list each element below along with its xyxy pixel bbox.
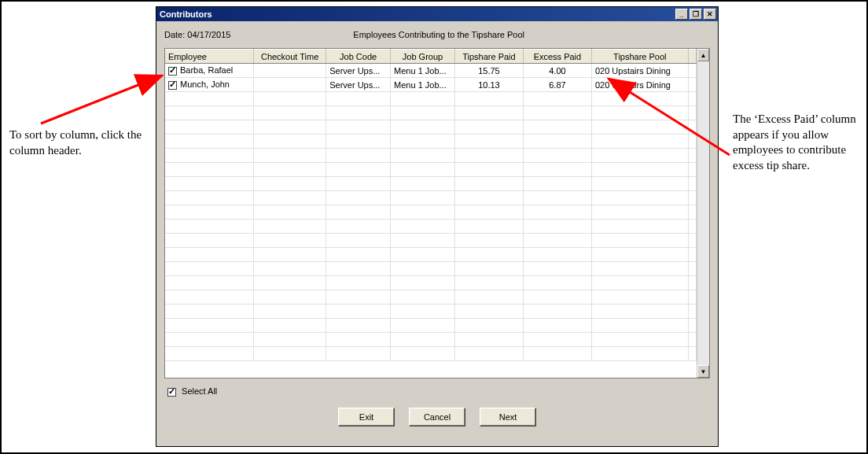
table-row[interactable] — [165, 333, 697, 347]
table-row[interactable] — [165, 234, 697, 248]
cell-empty — [688, 347, 696, 361]
cell-empty — [454, 120, 523, 135]
scroll-track[interactable] — [697, 61, 709, 365]
select-all-checkbox[interactable] — [167, 388, 176, 397]
table-row[interactable] — [165, 205, 697, 220]
table-row[interactable] — [165, 135, 697, 149]
cell-empty — [326, 319, 391, 333]
cell-empty — [254, 234, 326, 248]
scroll-up-icon[interactable]: ▲ — [697, 49, 709, 61]
cell-empty — [165, 149, 254, 163]
cell-empty — [688, 262, 696, 276]
cell-empty — [523, 319, 591, 333]
cell-empty — [523, 135, 591, 149]
cell-empty — [254, 205, 326, 220]
vertical-scrollbar[interactable]: ▲ ▼ — [697, 49, 709, 378]
table-row[interactable] — [165, 191, 697, 205]
cell-empty — [391, 149, 455, 163]
table-row[interactable] — [165, 248, 697, 262]
table-row[interactable]: Barba, RafaelServer Ups...Menu 1 Job...1… — [165, 64, 697, 78]
cell-empty — [254, 120, 326, 135]
table-row[interactable] — [165, 120, 697, 135]
restore-icon[interactable]: ❐ — [690, 9, 702, 20]
cell-empty — [688, 276, 696, 290]
cell-empty — [254, 135, 326, 149]
cell-empty — [454, 177, 523, 191]
cell-empty — [688, 106, 696, 120]
col-header-tipshare-pool[interactable]: Tipshare Pool — [591, 50, 688, 64]
scroll-down-icon[interactable]: ▼ — [697, 365, 709, 378]
cell-employee-name: Barba, Rafael — [180, 65, 233, 75]
cell-checkout-time — [254, 78, 326, 92]
col-header-job-code[interactable]: Job Code — [326, 50, 391, 64]
cell-empty — [165, 177, 254, 191]
table-row[interactable] — [165, 276, 697, 290]
cell-empty — [391, 205, 455, 220]
cell-empty — [165, 248, 254, 262]
cell-empty — [165, 163, 254, 177]
annotation-sort-hint: To sort by column, click the column head… — [9, 127, 143, 158]
table-row[interactable] — [165, 177, 697, 191]
cell-empty — [454, 305, 523, 319]
cell-empty — [454, 347, 523, 361]
cell-employee: Munch, John — [165, 78, 254, 92]
titlebar[interactable]: Contributors _ ❐ ✕ — [156, 7, 718, 21]
table-row[interactable]: Munch, JohnServer Ups...Menu 1 Job...10.… — [165, 78, 697, 92]
cell-empty — [254, 262, 326, 276]
col-header-checkout-time[interactable]: Checkout Time — [254, 50, 326, 64]
cell-empty — [591, 347, 688, 361]
cell-empty — [591, 234, 688, 248]
cell-empty — [591, 276, 688, 290]
cell-empty — [454, 149, 523, 163]
cell-empty — [326, 290, 391, 305]
cell-empty — [326, 191, 391, 205]
minimize-icon[interactable]: _ — [675, 9, 688, 20]
cell-empty — [326, 120, 391, 135]
table-row[interactable] — [165, 347, 697, 361]
cell-empty — [454, 205, 523, 220]
cell-tipshare-paid: 15.75 — [454, 64, 523, 78]
cell-empty — [523, 177, 591, 191]
cell-employee: Barba, Rafael — [165, 64, 254, 78]
cell-empty — [688, 234, 696, 248]
cell-empty — [391, 120, 455, 135]
table-row[interactable] — [165, 305, 697, 319]
cell-empty — [523, 92, 591, 106]
window-title: Contributors — [160, 9, 212, 19]
table-row[interactable] — [165, 163, 697, 177]
cell-empty — [391, 234, 455, 248]
close-icon[interactable]: ✕ — [704, 9, 716, 20]
cell-empty — [326, 333, 391, 347]
table-row[interactable] — [165, 262, 697, 276]
cell-empty — [591, 92, 688, 106]
cell-empty — [326, 163, 391, 177]
row-checkbox[interactable] — [168, 81, 177, 90]
table-row[interactable] — [165, 220, 697, 234]
cell-empty — [454, 191, 523, 205]
cell-empty — [523, 262, 591, 276]
cell-empty — [454, 248, 523, 262]
cell-empty — [591, 149, 688, 163]
cell-job-group: Menu 1 Job... — [391, 78, 455, 92]
col-header-tipshare-paid[interactable]: Tipshare Paid — [454, 50, 523, 64]
col-header-employee[interactable]: Employee — [165, 50, 254, 64]
exit-button[interactable]: Exit — [338, 408, 395, 426]
cell-empty — [523, 149, 591, 163]
cell-empty — [688, 191, 696, 205]
cell-empty — [165, 220, 254, 234]
table-row[interactable] — [165, 290, 697, 305]
table-row[interactable] — [165, 319, 697, 333]
row-checkbox[interactable] — [168, 67, 177, 76]
col-header-excess-paid[interactable]: Excess Paid — [523, 50, 591, 64]
table-row[interactable] — [165, 149, 697, 163]
next-button[interactable]: Next — [480, 408, 536, 426]
cell-empty — [591, 191, 688, 205]
cell-job-code: Server Ups... — [326, 64, 391, 78]
cancel-button[interactable]: Cancel — [409, 408, 465, 426]
col-header-job-group[interactable]: Job Group — [391, 50, 455, 64]
table-row[interactable] — [165, 92, 697, 106]
cell-empty — [688, 248, 696, 262]
cell-empty — [688, 333, 696, 347]
table-row[interactable] — [165, 106, 697, 120]
cell-empty — [326, 234, 391, 248]
